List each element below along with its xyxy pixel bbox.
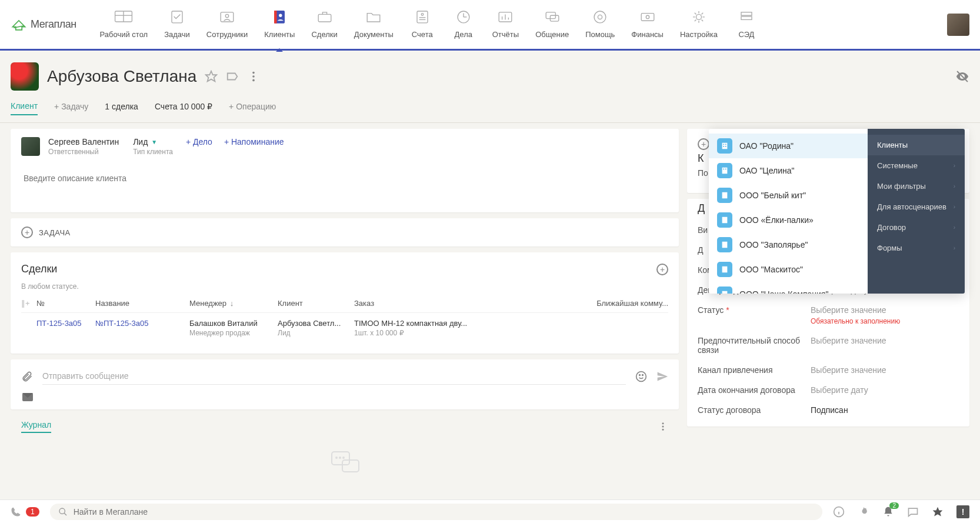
col-client[interactable]: Клиент xyxy=(278,299,354,308)
col-manager[interactable]: Менеджер ↓ xyxy=(189,299,278,308)
client-type-value[interactable]: Лид xyxy=(133,137,148,146)
col-no[interactable]: № xyxy=(36,299,95,308)
add-contact-icon[interactable]: + xyxy=(698,138,709,150)
bell-icon[interactable]: 2 xyxy=(882,506,894,508)
tab-client[interactable]: Клиент xyxy=(11,101,38,115)
contact-method-input[interactable]: Выберите значение xyxy=(811,336,959,345)
send-icon[interactable] xyxy=(656,371,668,382)
building-icon xyxy=(717,287,732,294)
deals-card: Сделки + В любом статусе. ‖+ № Название … xyxy=(11,252,679,354)
add-deal-icon[interactable]: + xyxy=(656,264,668,275)
search-input[interactable] xyxy=(74,507,814,508)
emoji-icon[interactable] xyxy=(635,371,647,382)
nav-reports[interactable]: Отчёты xyxy=(492,8,519,41)
global-search[interactable] xyxy=(50,504,822,508)
message-input[interactable] xyxy=(42,368,626,385)
col-name[interactable]: Название xyxy=(95,299,189,308)
company-option[interactable]: ОАО "Целина" xyxy=(709,158,868,183)
tab-bills[interactable]: Счета 10 000 ₽ xyxy=(155,102,212,115)
deal-number-link[interactable]: ПТ-125-3a05 xyxy=(36,319,95,328)
journal-header: Журнал xyxy=(11,415,679,438)
logo[interactable]: Мегаплан xyxy=(11,16,76,33)
nav-tasks[interactable]: Задачи xyxy=(164,8,190,41)
add-affair-link[interactable]: + Дело xyxy=(186,137,212,146)
tab-add-operation[interactable]: + Операцию xyxy=(229,102,276,115)
star-icon[interactable] xyxy=(932,506,944,508)
filter-tab-forms[interactable]: Формы› xyxy=(868,238,965,258)
nav-settings[interactable]: Настройка xyxy=(680,8,718,41)
responsible-avatar[interactable] xyxy=(21,137,40,156)
chevron-down-icon[interactable]: ▼ xyxy=(151,139,157,145)
svg-rect-45 xyxy=(342,460,359,472)
journal-more-icon[interactable] xyxy=(658,421,668,432)
company-option[interactable]: ООО «Ёлки-палки» xyxy=(709,208,868,232)
channel-input[interactable]: Выберите значение xyxy=(811,365,959,375)
chat-icon[interactable] xyxy=(907,506,919,508)
deals-title: Сделки xyxy=(21,263,57,275)
plus-circle-icon: + xyxy=(21,226,33,238)
nav-help[interactable]: Помощь xyxy=(585,8,615,41)
svg-point-42 xyxy=(336,457,337,458)
tag-icon[interactable] xyxy=(226,70,239,83)
user-avatar[interactable] xyxy=(947,14,969,36)
contract-end-input[interactable]: Выберите дату xyxy=(811,385,959,395)
alert-icon[interactable]: ! xyxy=(956,505,969,508)
filter-tab-contract[interactable]: Договор› xyxy=(868,217,965,238)
column-settings-icon[interactable]: ‖+ xyxy=(21,299,36,308)
svg-rect-7 xyxy=(274,11,277,24)
nav-affairs[interactable]: Дела xyxy=(451,8,476,41)
svg-rect-56 xyxy=(722,242,728,248)
deals-status-filter[interactable]: В любом статусе. xyxy=(21,282,668,291)
svg-rect-48 xyxy=(725,144,726,145)
nav-chat[interactable]: Общение xyxy=(535,8,569,41)
fire-icon[interactable] xyxy=(858,506,869,508)
filter-tab-myfilters[interactable]: Мои фильтры› xyxy=(868,176,965,196)
logo-icon xyxy=(11,16,27,33)
company-option[interactable]: ООО "Маскитос" xyxy=(709,257,868,282)
more-icon[interactable] xyxy=(247,70,260,83)
nav-staff[interactable]: Сотрудники xyxy=(206,8,248,41)
visibility-off-icon[interactable] xyxy=(955,69,969,84)
table-row[interactable]: ПТ-125-3a05 №ПТ-125-3a05 Балашков Витали… xyxy=(21,313,668,343)
col-communication[interactable]: Ближайшая комму... xyxy=(472,299,668,308)
svg-rect-46 xyxy=(722,143,728,149)
company-option[interactable]: ОАО "Родина" xyxy=(709,134,868,158)
star-icon[interactable] xyxy=(205,70,218,83)
filter-tab-clients[interactable]: Клиенты xyxy=(868,135,965,155)
company-option[interactable]: ООО "Наша Компания" xyxy=(709,282,868,294)
svg-point-24 xyxy=(598,15,602,19)
company-option[interactable]: ООО "Белый кит" xyxy=(709,183,868,208)
nav-docs[interactable]: Документы xyxy=(354,8,394,41)
company-option[interactable]: ООО "Заполярье" xyxy=(709,232,868,257)
client-avatar xyxy=(11,62,39,91)
phone-icon[interactable] xyxy=(11,507,21,508)
nav-bills[interactable]: Счета xyxy=(410,8,435,41)
journal-tab[interactable]: Журнал xyxy=(21,420,51,433)
nav-clients[interactable]: Клиенты xyxy=(264,8,295,41)
add-task-row[interactable]: + ЗАДАЧА xyxy=(11,218,679,246)
tab-one-deal[interactable]: 1 сделка xyxy=(105,102,138,115)
tab-add-task[interactable]: + Задачу xyxy=(54,102,88,115)
deal-client: Арбузова Светл... xyxy=(278,319,354,328)
nav-sed[interactable]: СЭД xyxy=(734,8,759,41)
attachment-icon[interactable] xyxy=(21,371,33,382)
client-description-input[interactable] xyxy=(21,164,668,204)
deal-name-link[interactable]: №ПТ-125-3a05 xyxy=(95,319,189,328)
client-type-label: Тип клиента xyxy=(133,148,173,156)
add-reminder-link[interactable]: + Напоминание xyxy=(224,137,284,146)
svg-point-5 xyxy=(225,14,228,17)
contract-status-value[interactable]: Подписан xyxy=(811,405,959,415)
nav-deals[interactable]: Сделки xyxy=(311,8,337,41)
info-icon[interactable] xyxy=(833,506,845,508)
nav-desktop[interactable]: Рабочий стол xyxy=(100,8,148,41)
message-card xyxy=(11,359,679,409)
bottom-bar: 1 2 ! xyxy=(0,499,980,507)
svg-point-27 xyxy=(696,14,701,19)
status-input[interactable]: Выберите значение xyxy=(811,305,959,315)
nav-finance[interactable]: Финансы xyxy=(631,8,664,41)
envelope-icon[interactable] xyxy=(22,393,33,401)
col-order[interactable]: Заказ xyxy=(354,299,472,308)
deal-manager-role: Менеджер продаж xyxy=(189,329,278,337)
filter-tab-system[interactable]: Системные› xyxy=(868,155,965,176)
filter-tab-autoscenarios[interactable]: Для автосценариев› xyxy=(868,196,965,217)
